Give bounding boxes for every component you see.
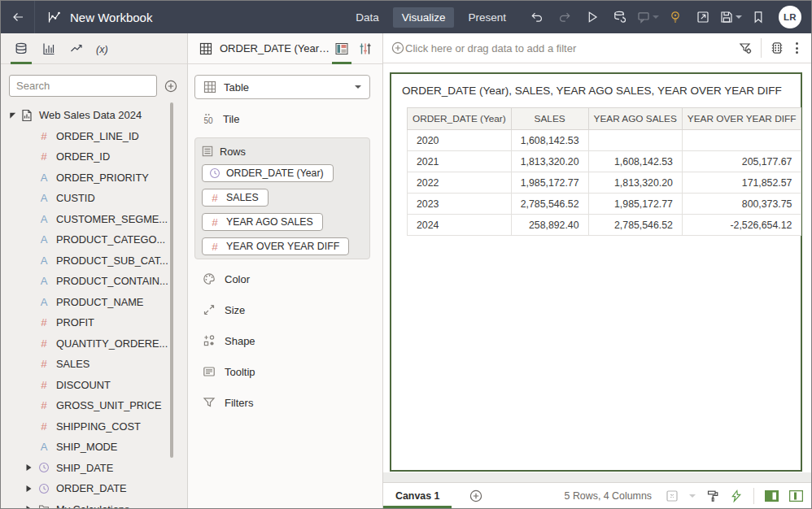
lightbulb-icon[interactable]	[661, 1, 689, 33]
table-cell[interactable]: 1,608,142.53	[511, 130, 588, 151]
canvas-scroll-track[interactable]	[383, 472, 811, 482]
undo-icon[interactable]	[523, 1, 551, 33]
grammar-section-size[interactable]: Size	[203, 300, 255, 320]
settings-tab[interactable]	[354, 33, 378, 64]
table-cell[interactable]: 2022	[408, 172, 512, 194]
comment-icon[interactable]	[634, 1, 661, 33]
tree-field[interactable]: #PROFIT	[1, 312, 187, 333]
viz-type-dropdown[interactable]: Table	[194, 75, 370, 99]
data-refresh-icon[interactable]	[606, 1, 634, 33]
bookmark-icon[interactable]	[744, 1, 772, 33]
collapsed-caret-icon[interactable]	[25, 463, 37, 472]
tree-field[interactable]: #DISCOUNT	[1, 375, 187, 396]
tree-field[interactable]: APRODUCT_CONTAIN...	[1, 271, 187, 292]
expanded-caret-icon[interactable]	[8, 111, 20, 120]
rows-pill[interactable]: ORDER_DATE (Year)	[202, 164, 334, 182]
field-label: My Calculations	[56, 503, 129, 508]
tree-field[interactable]: #SHIPPING_COST	[1, 416, 187, 437]
table-cell[interactable]: 2,785,546.52	[511, 194, 588, 215]
column-header[interactable]: YEAR AGO SALES	[588, 108, 682, 130]
column-header[interactable]: SALES	[511, 108, 588, 130]
table-cell[interactable]: 2020	[408, 130, 512, 151]
open-in-new-icon[interactable]	[689, 1, 717, 33]
tree-field[interactable]: APRODUCT_CATEGO...	[1, 229, 187, 250]
filter-settings-icon[interactable]	[739, 41, 752, 54]
analytics-tab-icon[interactable]	[63, 33, 90, 64]
table-cell[interactable]: 2,785,546.52	[588, 215, 682, 236]
tree-field[interactable]: #SALES	[1, 354, 187, 375]
grammar-tab[interactable]	[330, 33, 353, 64]
tree-field[interactable]: ASHIP_MODE	[1, 437, 187, 458]
table-cell[interactable]: 258,892.40	[511, 215, 588, 236]
collapsed-caret-icon[interactable]	[25, 485, 37, 493]
play-icon[interactable]	[578, 1, 606, 33]
tree-field[interactable]: APRODUCT_NAME	[1, 292, 187, 313]
table-cell[interactable]	[588, 130, 682, 151]
filter-bar-placeholder[interactable]: Click here or drag data to add a filter	[405, 42, 576, 54]
toggle-left-panel-icon[interactable]	[765, 490, 779, 502]
visualizations-tab-icon[interactable]	[35, 33, 63, 64]
layout-chevron-icon[interactable]	[689, 494, 696, 498]
canvas-properties-icon[interactable]	[771, 41, 784, 54]
auto-insights-icon[interactable]	[730, 489, 743, 502]
table-cell[interactable]: 1,813,320.20	[588, 172, 682, 194]
canvas-tab[interactable]: Canvas 1	[383, 483, 452, 508]
parameters-tab-icon[interactable]: (x)	[90, 33, 118, 64]
add-canvas-button[interactable]	[469, 489, 482, 502]
tree-field[interactable]: #GROSS_UNIT_PRICE	[1, 395, 187, 416]
add-filter-icon[interactable]	[391, 41, 404, 54]
table-cell[interactable]: 205,177.67	[682, 151, 801, 172]
table-cell[interactable]: 2024	[408, 215, 512, 236]
table-cell[interactable]: 1,608,142.53	[588, 151, 682, 172]
user-avatar[interactable]: LR	[779, 6, 801, 28]
table-cell[interactable]: 800,373.75	[682, 194, 801, 215]
add-data-button[interactable]	[164, 80, 177, 93]
rows-pill[interactable]: #YEAR AGO SALES	[202, 213, 323, 231]
column-header[interactable]: YEAR OVER YEAR DIFF	[682, 108, 801, 130]
data-tab-icon[interactable]	[7, 33, 35, 64]
grammar-section-color[interactable]: Color	[203, 269, 255, 289]
grammar-section-filters[interactable]: Filters	[203, 393, 255, 412]
more-options-menu-icon[interactable]	[792, 41, 801, 55]
sidebar-scrollbar[interactable]	[170, 102, 173, 458]
table-cell[interactable]: 1,985,172.77	[588, 194, 682, 215]
table-cell[interactable]: 1,985,172.77	[511, 172, 588, 194]
nav-data[interactable]: Data	[347, 7, 388, 28]
tree-field[interactable]: ACUSTOMER_SEGME...	[1, 209, 187, 230]
tree-field[interactable]: ACUSTID	[1, 188, 187, 209]
table-cell[interactable]: 1,813,320.20	[511, 151, 588, 172]
search-input[interactable]	[9, 75, 157, 97]
table-cell[interactable]	[682, 130, 801, 151]
column-header[interactable]: ORDER_DATE (Year)	[408, 108, 512, 130]
tile-label: Tile	[223, 113, 239, 125]
table-cell[interactable]: 2023	[408, 194, 512, 215]
tree-field[interactable]: #ORDER_ID	[1, 146, 187, 167]
table-visualization[interactable]: ORDER_DATE (Year), SALES, YEAR AGO SALES…	[390, 72, 802, 472]
table-cell[interactable]: 2021	[408, 151, 512, 172]
tree-field[interactable]: My Calculations	[1, 499, 187, 509]
tree-field[interactable]: #QUANTITY_ORDERE...	[1, 333, 187, 355]
redo-icon[interactable]	[551, 1, 578, 33]
back-button[interactable]	[1, 1, 35, 33]
rows-pill[interactable]: #YEAR OVER YEAR DIFF	[202, 237, 349, 255]
tree-field[interactable]: ORDER_DATE	[1, 478, 187, 499]
tree-field[interactable]: SHIP_DATE	[1, 458, 187, 479]
rows-drop-zone[interactable]: Rows ORDER_DATE (Year)#SALES#YEAR AGO SA…	[194, 137, 370, 259]
rows-pill[interactable]: #SALES	[202, 189, 268, 207]
tree-field[interactable]: #ORDER_LINE_ID	[1, 126, 187, 147]
table-cell[interactable]: -2,526,654.12	[682, 215, 801, 236]
nav-visualize[interactable]: Visualize	[393, 7, 455, 28]
tree-field[interactable]: AORDER_PRIORITY	[1, 167, 187, 189]
collapsed-caret-icon[interactable]	[25, 505, 37, 508]
tree-field[interactable]: APRODUCT_SUB_CAT...	[1, 250, 187, 272]
dataset-node[interactable]: Web Sales Data 2024	[1, 105, 187, 126]
tile-drop-target[interactable]: 50 Tile	[203, 110, 239, 128]
toggle-right-panel-icon[interactable]	[789, 490, 803, 502]
grammar-section-shape[interactable]: Shape	[203, 331, 255, 350]
paint-roller-icon[interactable]	[706, 489, 719, 502]
table-cell[interactable]: 171,852.57	[682, 172, 801, 194]
save-icon[interactable]	[717, 1, 744, 33]
grammar-section-tooltip[interactable]: Tooltip	[203, 362, 255, 381]
divider	[761, 38, 762, 58]
nav-present[interactable]: Present	[459, 7, 515, 28]
